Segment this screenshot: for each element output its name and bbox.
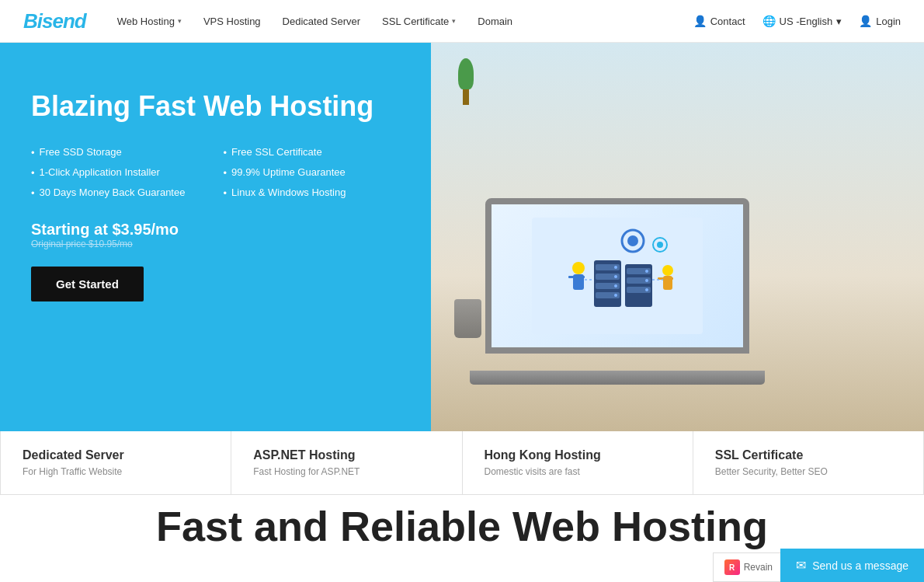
get-started-button[interactable]: Get Started (31, 267, 144, 301)
coffee-cup (454, 299, 481, 338)
svg-point-19 (572, 262, 585, 274)
hero-features: Free SSD Storage Free SSL Certificate 1-… (31, 146, 400, 199)
user-icon: 👤 (693, 15, 707, 27)
feature-2: Free SSL Certificate (224, 146, 401, 159)
contact-button[interactable]: 👤 Contact (693, 15, 745, 27)
nav-vps-hosting[interactable]: VPS Hosting (203, 16, 261, 27)
card-dedicated-server[interactable]: Dedicated Server For High Traffic Websit… (1, 431, 231, 494)
svg-point-8 (614, 266, 617, 269)
card-title: Dedicated Server (23, 448, 209, 462)
card-title: ASP.NET Hosting (253, 448, 439, 462)
svg-rect-22 (578, 276, 585, 278)
card-subtitle: Fast Hosting for ASP.NET (253, 466, 439, 477)
card-subtitle: Better Security, Better SEO (715, 466, 901, 477)
svg-point-30 (657, 242, 663, 248)
laptop-screen (485, 198, 749, 354)
svg-point-11 (614, 294, 617, 297)
chevron-down-icon: ▾ (452, 17, 456, 25)
language-selector[interactable]: 🌐 US -English ▾ (762, 15, 842, 27)
brand-logo[interactable]: Bisend (23, 9, 86, 33)
card-ssl[interactable]: SSL Certificate Better Security, Better … (693, 431, 923, 494)
card-subtitle: Domestic visits are fast (485, 466, 671, 477)
feature-cards: Dedicated Server For High Traffic Websit… (0, 431, 924, 495)
feature-4: 99.9% Uptime Guarantee (224, 166, 401, 179)
chat-widget[interactable]: ✉ Send us a message (780, 549, 924, 557)
bottom-title: Fast and Reliable Web Hosting (156, 502, 768, 550)
feature-1: Free SSD Storage (31, 146, 208, 159)
nav-links: Web Hosting ▾ VPS Hosting Dedicated Serv… (117, 16, 693, 27)
nav-web-hosting[interactable]: Web Hosting ▾ (117, 16, 182, 27)
feature-5: 30 Days Money Back Guarantee (31, 186, 208, 199)
svg-rect-26 (667, 277, 673, 280)
price-original: Original price $10.95/mo (31, 239, 400, 249)
feature-6: Linux & Windows Hosting (224, 186, 401, 199)
navbar: Bisend Web Hosting ▾ VPS Hosting Dedicat… (0, 0, 924, 43)
card-hongkong[interactable]: Hong Kong Hosting Domestic visits are fa… (463, 431, 693, 494)
desk-illustration (431, 43, 924, 431)
user-icon: 👤 (859, 15, 872, 27)
price-main: Starting at $3.95/mo (31, 221, 400, 239)
svg-point-10 (614, 284, 617, 288)
screen-svg (532, 218, 703, 334)
hero-left: Blazing Fast Web Hosting Free SSD Storag… (0, 43, 431, 431)
revain-badge[interactable]: R Revain (713, 552, 784, 557)
login-button[interactable]: 👤 Login (859, 15, 901, 27)
svg-point-9 (614, 275, 617, 278)
card-aspnet[interactable]: ASP.NET Hosting Fast Hosting for ASP.NET (231, 431, 462, 494)
hero-image (431, 43, 924, 431)
svg-point-17 (645, 279, 648, 282)
chevron-down-icon: ▾ (178, 17, 182, 25)
feature-3: 1-Click Application Installer (31, 166, 208, 179)
nav-right: 👤 Contact 🌐 US -English ▾ 👤 Login (693, 15, 901, 27)
svg-point-23 (662, 265, 673, 276)
card-title: Hong Kong Hosting (485, 448, 671, 462)
laptop-base (470, 371, 765, 385)
hero-price: Starting at $3.95/mo Original price $10.… (31, 221, 400, 249)
laptop-illustration (470, 198, 765, 385)
chevron-down-icon: ▾ (836, 16, 842, 27)
svg-rect-21 (568, 276, 575, 278)
nav-dedicated-server[interactable]: Dedicated Server (283, 16, 360, 27)
hero-title: Blazing Fast Web Hosting (31, 89, 400, 123)
globe-icon: 🌐 (762, 15, 776, 27)
svg-point-16 (645, 270, 648, 273)
svg-point-2 (627, 235, 638, 246)
bottom-section: Fast and Reliable Web Hosting (0, 495, 924, 557)
card-title: SSL Certificate (715, 448, 901, 462)
svg-point-18 (645, 288, 648, 291)
nav-domain[interactable]: Domain (478, 16, 512, 27)
nav-ssl-certificate[interactable]: SSL Certificate ▾ (382, 16, 456, 27)
plant (454, 58, 478, 105)
card-subtitle: For High Traffic Website (23, 466, 209, 477)
hero-section: Blazing Fast Web Hosting Free SSD Storag… (0, 43, 924, 431)
